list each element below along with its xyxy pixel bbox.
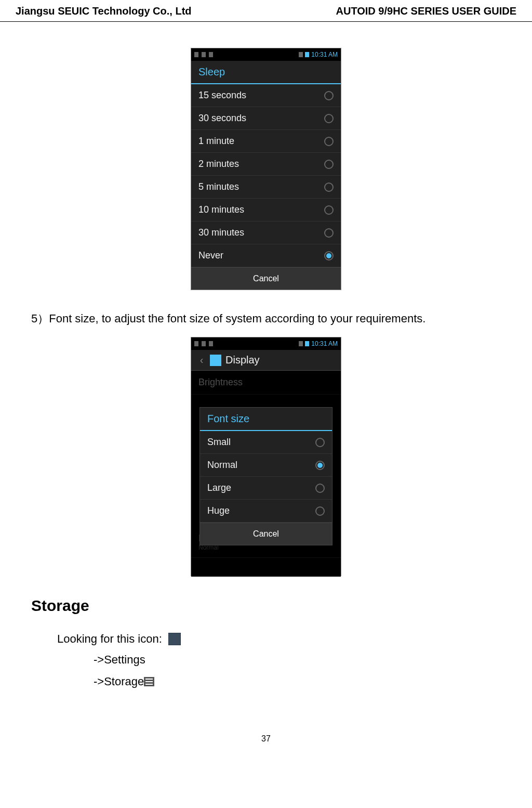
step-settings-text: ->Settings (94, 649, 145, 671)
sleep-option[interactable]: Never (191, 244, 341, 267)
status-bar: 10:31 AM (191, 337, 341, 350)
step-storage-text: ->Storage (94, 671, 144, 693)
storage-heading: Storage (31, 597, 501, 615)
option-label: 10 minutes (198, 204, 244, 215)
option-label: 5 minutes (198, 181, 239, 192)
sleep-option[interactable]: 5 minutes (191, 176, 341, 199)
looking-for-line: Looking for this icon: (57, 629, 501, 649)
battery-icon (305, 341, 309, 346)
header-right: AUTOID 9/9HC SERIES USER GUIDE (336, 5, 516, 17)
status-icon (209, 52, 213, 57)
radio-icon (324, 251, 334, 260)
settings-app-icon (168, 633, 181, 645)
dialog-title: Font size (200, 408, 332, 431)
status-icon (202, 341, 206, 346)
option-label: 2 minutes (198, 159, 239, 170)
cancel-button[interactable]: Cancel (191, 267, 341, 290)
option-label: 1 minute (198, 136, 234, 147)
fontsize-option[interactable]: Huge (200, 500, 332, 523)
fontsize-option[interactable]: Normal (200, 454, 332, 477)
fontsize-option[interactable]: Large (200, 477, 332, 500)
display-icon (210, 355, 221, 366)
fontsize-screenshot: 10:31 AM ‹ Display Brightness Font size … (191, 337, 341, 576)
status-icon (194, 52, 198, 57)
page-number: 37 (0, 734, 532, 744)
status-bar: 10:31 AM (191, 48, 341, 61)
sleep-option[interactable]: 30 seconds (191, 107, 341, 130)
option-label: 15 seconds (198, 90, 246, 101)
option-label: Large (207, 483, 231, 493)
radio-icon (324, 228, 334, 238)
radio-icon (324, 137, 334, 146)
display-title: Display (225, 354, 260, 366)
cancel-button[interactable]: Cancel (200, 523, 332, 545)
page-header: Jiangsu SEUIC Technology Co., Ltd AUTOID… (0, 5, 532, 22)
signal-icon (299, 341, 303, 346)
storage-icon (144, 677, 154, 686)
body-step-5: 5）Font size, to adjust the font size of … (31, 311, 501, 327)
sleep-option[interactable]: 15 seconds (191, 84, 341, 107)
dialog-title: Sleep (191, 61, 341, 84)
radio-icon (324, 183, 334, 192)
signal-icon (299, 52, 303, 57)
option-label: 30 minutes (198, 227, 244, 238)
sleep-option[interactable]: 30 minutes (191, 221, 341, 244)
sleep-option[interactable]: 2 minutes (191, 153, 341, 176)
radio-icon (315, 506, 325, 516)
option-label: Huge (207, 505, 230, 516)
header-left: Jiangsu SEUIC Technology Co., Ltd (16, 5, 192, 17)
radio-icon (324, 91, 334, 100)
status-icon (209, 341, 213, 346)
option-label: Never (198, 250, 223, 261)
fontsize-dialog: Font size Small Normal Large Huge Ca (200, 407, 332, 545)
back-icon[interactable]: ‹ (193, 354, 210, 366)
step-settings: ->Settings (94, 649, 501, 671)
option-label: Normal (207, 460, 237, 471)
sleep-option[interactable]: 1 minute (191, 130, 341, 153)
battery-icon (305, 52, 309, 57)
radio-icon (315, 438, 325, 447)
fontsize-option[interactable]: Small (200, 431, 332, 454)
looking-text: Looking for this icon: (57, 629, 162, 649)
radio-icon (324, 114, 334, 123)
radio-icon (315, 484, 325, 493)
status-clock: 10:31 AM (311, 51, 338, 58)
display-titlebar: ‹ Display (191, 350, 341, 371)
step-storage: ->Storage (94, 671, 501, 693)
radio-icon (324, 160, 334, 169)
sleep-option[interactable]: 10 minutes (191, 199, 341, 221)
radio-icon (324, 205, 334, 215)
status-icon (194, 341, 198, 346)
option-label: Small (207, 437, 231, 448)
radio-icon (315, 461, 325, 470)
status-icon (202, 52, 206, 57)
sleep-screenshot: 10:31 AM Sleep 15 seconds 30 seconds 1 m… (191, 48, 341, 290)
status-clock: 10:31 AM (311, 340, 338, 347)
option-label: 30 seconds (198, 113, 246, 124)
